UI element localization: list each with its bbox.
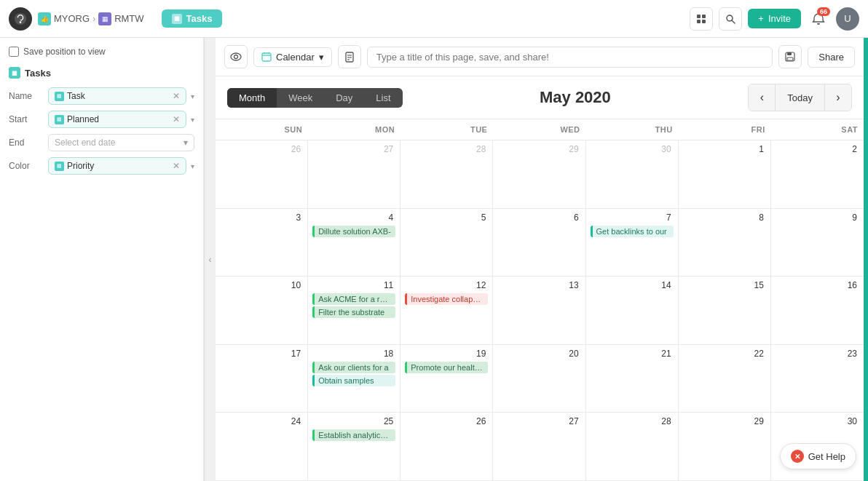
today-button[interactable]: Today xyxy=(775,84,825,111)
calendar-cell[interactable]: 27 xyxy=(493,413,585,481)
calendar-cell[interactable]: 27 xyxy=(308,140,401,209)
tab-week[interactable]: Week xyxy=(277,88,324,108)
calendar-cell[interactable]: 8 xyxy=(679,209,771,277)
svg-rect-2 xyxy=(697,15,701,18)
page-title-input[interactable] xyxy=(367,47,773,68)
calendar-cell[interactable]: 28 xyxy=(586,413,679,481)
filter-pill-start[interactable]: ▦ Planned ✕ xyxy=(48,111,186,128)
help-button[interactable]: ✕ Get Help xyxy=(780,443,856,469)
calendar-cell[interactable]: 4Dillute solution AXB- xyxy=(308,209,401,277)
org-label[interactable]: MYORG xyxy=(54,13,90,24)
workspace-label[interactable]: RMTW xyxy=(114,13,143,24)
tab-list[interactable]: List xyxy=(364,88,402,108)
day-number: 27 xyxy=(497,416,580,427)
filter-pill-name[interactable]: ▦ Task ✕ xyxy=(48,87,186,105)
grid-view-icon[interactable] xyxy=(690,7,713,31)
next-month-button[interactable]: › xyxy=(825,84,851,111)
calendar-cell[interactable]: 19Promote our health c xyxy=(401,345,493,413)
calendar-cell[interactable]: 1 xyxy=(679,140,771,209)
calendar-cell[interactable]: 18Ask our clients for aObtain samples xyxy=(308,345,401,413)
save-icon-button[interactable] xyxy=(778,45,802,68)
topnav: 👍 MYORG › ▦ RMTW ▦ Tasks + Invite 66 U xyxy=(0,0,868,38)
calendar-cell[interactable]: 20 xyxy=(493,345,585,413)
calendar-cell[interactable]: 17 xyxy=(216,345,308,413)
calendar-cell[interactable]: 23 xyxy=(771,345,864,413)
event-chip[interactable]: Get backlinks to our xyxy=(591,226,674,237)
filter-start-clear[interactable]: ✕ xyxy=(173,114,180,124)
calendar-cell[interactable]: 3 xyxy=(216,209,308,277)
event-chip[interactable]: Investigate collapsed xyxy=(405,293,488,305)
filter-label-name: Name xyxy=(9,91,44,101)
calendar-cell[interactable]: 13 xyxy=(493,277,585,345)
event-chip[interactable]: Promote our health c xyxy=(405,362,488,373)
calendar-cell[interactable]: 14 xyxy=(586,277,679,345)
filter-pill-name-value: Task xyxy=(67,91,85,101)
save-position-checkbox[interactable] xyxy=(9,47,19,57)
document-icon[interactable] xyxy=(338,45,361,68)
calendar-dropdown[interactable]: Calendar ▾ xyxy=(253,47,332,67)
filter-pill-color[interactable]: ▦ Priority ✕ xyxy=(48,157,186,175)
nav-icons: + Invite 66 U xyxy=(690,7,859,31)
tasks-pill[interactable]: ▦ Tasks xyxy=(162,9,223,28)
day-number: 12 xyxy=(405,279,488,291)
filter-select-end[interactable]: Select end date ▾ xyxy=(48,134,194,151)
search-icon[interactable] xyxy=(719,7,742,31)
filter-row-name: Name ▦ Task ✕ ▾ xyxy=(9,87,194,105)
filter-name-arrow[interactable]: ▾ xyxy=(191,92,194,100)
calendar-cell[interactable]: 11Ask ACME for a revieFilter the substra… xyxy=(308,277,401,345)
calendar-cell[interactable]: 30 xyxy=(586,140,679,209)
calendar-cell[interactable]: 6 xyxy=(493,209,585,277)
filter-start-arrow[interactable]: ▾ xyxy=(191,116,194,124)
svg-rect-3 xyxy=(702,15,706,18)
calendar-cell[interactable]: 15 xyxy=(679,277,771,345)
notif-badge: 66 xyxy=(817,7,830,16)
notifications-button[interactable]: 66 xyxy=(807,7,830,31)
filter-name-clear[interactable]: ✕ xyxy=(173,91,180,101)
prev-month-button[interactable]: ‹ xyxy=(749,84,775,111)
sidebar-collapse-handle[interactable]: ‹ xyxy=(204,38,216,481)
day-number: 21 xyxy=(591,348,674,359)
filter-color-arrow[interactable]: ▾ xyxy=(191,162,194,170)
filter-color-clear[interactable]: ✕ xyxy=(173,161,180,171)
calendar-cell[interactable]: 26 xyxy=(401,413,493,481)
calendar-cell[interactable]: 7Get backlinks to our xyxy=(586,209,679,277)
svg-rect-4 xyxy=(697,20,701,23)
user-avatar[interactable]: U xyxy=(836,7,859,31)
calendar-cell[interactable]: 2 xyxy=(771,140,864,209)
calendar-nav-group: ‹ Today › xyxy=(748,84,852,111)
day-number: 26 xyxy=(405,416,488,427)
tab-day[interactable]: Day xyxy=(324,88,364,108)
toolbar: Calendar ▾ Share xyxy=(216,38,864,76)
event-chip[interactable]: Obtain samples xyxy=(312,375,395,386)
calendar-cell[interactable]: 29 xyxy=(679,413,771,481)
calendar-cell[interactable]: 24 xyxy=(216,413,308,481)
event-chip[interactable]: Ask our clients for a xyxy=(312,362,395,373)
calendar-cell[interactable]: 9 xyxy=(771,209,864,277)
calendar-cell[interactable]: 25Establish analytics m xyxy=(308,413,401,481)
day-number: 3 xyxy=(220,212,303,223)
filter-pill-color-icon: ▦ xyxy=(55,162,64,171)
calendar-cell[interactable]: 29 xyxy=(493,140,585,209)
event-chip[interactable]: Establish analytics m xyxy=(312,429,395,441)
calendar-cell[interactable]: 22 xyxy=(679,345,771,413)
event-chip[interactable]: Filter the substrate xyxy=(312,306,395,318)
share-button[interactable]: Share xyxy=(808,47,855,68)
view-tabs: Month Week Day List xyxy=(227,88,403,108)
calendar-cell[interactable]: 26 xyxy=(216,140,308,209)
help-label: Get Help xyxy=(808,451,845,462)
calendar-cell[interactable]: 10 xyxy=(216,277,308,345)
eye-icon[interactable] xyxy=(224,45,248,68)
invite-button[interactable]: + Invite xyxy=(748,9,801,28)
calendar-days-header: SUN MON TUE WED THU FRI SAT xyxy=(216,119,864,140)
day-number: 17 xyxy=(220,348,303,359)
calendar-cell[interactable]: 12Investigate collapsed xyxy=(401,277,493,345)
calendar-cell[interactable]: 5 xyxy=(401,209,493,277)
event-chip[interactable]: Dillute solution AXB- xyxy=(312,226,395,237)
calendar-cell[interactable]: 21 xyxy=(586,345,679,413)
calendar-cell[interactable]: 16 xyxy=(771,277,864,345)
tasks-pill-label: Tasks xyxy=(186,13,213,24)
event-chip[interactable]: Ask ACME for a revie xyxy=(312,293,395,305)
calendar-cell[interactable]: 28 xyxy=(401,140,493,209)
calendar-grid: 26272829301234Dillute solution AXB-567Ge… xyxy=(216,140,864,481)
tab-month[interactable]: Month xyxy=(227,88,277,108)
